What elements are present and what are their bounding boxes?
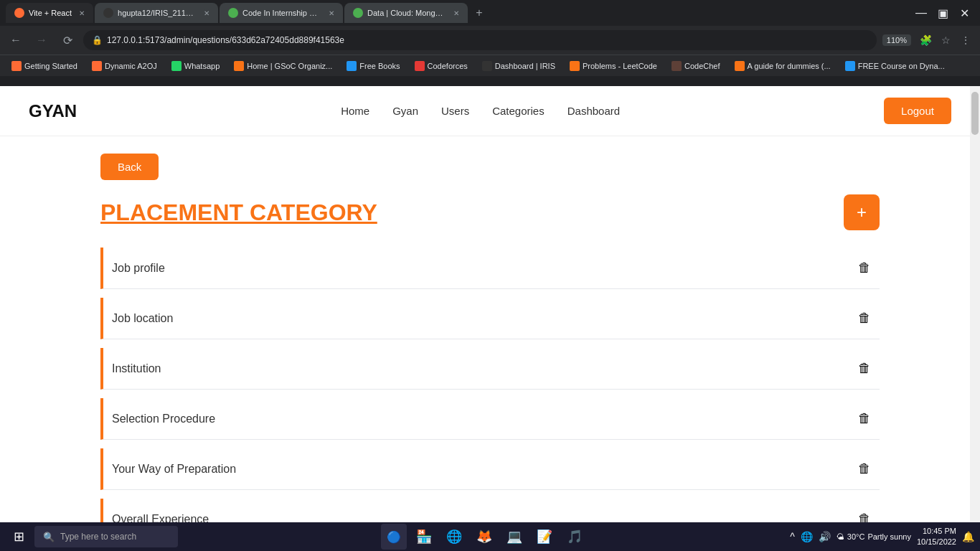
clock-date: 10/15/2022	[917, 537, 956, 547]
clock-time: 10:45 PM	[917, 526, 956, 537]
taskbar-search-input[interactable]	[60, 532, 168, 542]
taskbar-app-vs-code[interactable]: 💻	[501, 524, 527, 550]
page-content: GYAN HomeGyanUsersCategoriesDashboard Lo…	[0, 86, 980, 525]
browser-action-buttons: 🧩 ☆ ⋮	[917, 32, 974, 49]
logout-button[interactable]: Logout	[884, 98, 951, 124]
minimize-button[interactable]: —	[911, 3, 931, 23]
tab-close-icon[interactable]: ✕	[329, 9, 334, 17]
scrollbar[interactable]	[970, 86, 980, 522]
bookmark-favicon	[347, 61, 357, 71]
tab-close-icon[interactable]: ✕	[204, 9, 209, 17]
scroll-thumb[interactable]	[971, 92, 979, 135]
forward-navigation-button[interactable]: →	[32, 30, 52, 50]
firefox-icon: 🦊	[476, 529, 492, 545]
delete-category-button[interactable]: 🗑	[858, 260, 871, 276]
taskbar-search[interactable]: 🔍	[34, 526, 178, 547]
word-icon: 📝	[537, 529, 552, 545]
browser-tab-tab4[interactable]: Data | Cloud: MongoDB Cloud ✕	[344, 3, 468, 23]
address-bar[interactable]: 🔒 127.0.0.1:5173/admin/questions/633d62a…	[83, 30, 877, 50]
bookmark-item[interactable]: Home | GSoC Organiz...	[228, 60, 338, 72]
nav-link-users[interactable]: Users	[441, 105, 469, 117]
nav-link-dashboard[interactable]: Dashboard	[567, 105, 620, 117]
back-button[interactable]: Back	[100, 154, 159, 180]
extensions-button[interactable]: 🧩	[917, 32, 934, 49]
bookmark-item[interactable]: Free Books	[341, 60, 405, 72]
network-icon[interactable]: 🌐	[801, 531, 813, 542]
bookmark-favicon	[570, 61, 580, 71]
bookmark-label: Dashboard | IRIS	[495, 62, 555, 70]
taskbar-app-store[interactable]: 🏪	[411, 524, 437, 550]
bookmark-favicon	[672, 61, 682, 71]
tray-expand-icon[interactable]: ^	[790, 531, 795, 542]
category-name: Your Way of Preparation	[112, 463, 236, 476]
maximize-button[interactable]: ▣	[933, 3, 953, 23]
sound-icon[interactable]: 🔊	[819, 531, 831, 542]
browser-menu-button[interactable]: ⋮	[957, 32, 974, 49]
browser-tab-tab3[interactable]: Code In Internship Project - Go... ✕	[220, 3, 343, 23]
weather-temp: 30°C	[847, 532, 865, 541]
browser-chrome: Vite + React ✕ hgupta12/IRIS_211CS130_2_…	[0, 0, 980, 86]
bookmark-label: Dynamic A2OJ	[105, 62, 157, 70]
taskbar-center: 🔵 🏪 🌐 🦊 💻 📝 🎵	[381, 524, 588, 550]
taskbar-app-files[interactable]: 🔵	[381, 524, 407, 550]
taskbar-app-chrome[interactable]: 🌐	[441, 524, 467, 550]
store-icon: 🏪	[416, 529, 432, 545]
tab-title: Code In Internship Project - Go...	[242, 9, 321, 17]
taskbar-app-firefox[interactable]: 🦊	[471, 524, 497, 550]
address-bar-row: ← → ⟳ 🔒 127.0.0.1:5173/admin/questions/6…	[0, 26, 980, 55]
category-item: Your Way of Preparation 🗑	[100, 448, 880, 490]
bookmark-item[interactable]: Codeforces	[409, 60, 473, 72]
bookmark-item[interactable]: Problems - LeetCode	[564, 60, 663, 72]
delete-category-button[interactable]: 🗑	[858, 311, 871, 326]
bookmark-label: Whatsapp	[184, 62, 220, 70]
bookmark-button[interactable]: ☆	[937, 32, 954, 49]
bookmark-favicon	[234, 61, 244, 71]
tab-title: Vite + React	[29, 9, 72, 17]
start-button[interactable]: ⊞	[6, 524, 32, 550]
weather-widget[interactable]: 🌤 30°C Partly sunny	[837, 532, 911, 541]
tab-favicon	[14, 8, 24, 18]
bookmark-item[interactable]: A guide for dummies (...	[729, 60, 837, 72]
zoom-level[interactable]: 110%	[882, 34, 911, 46]
category-list: Job profile 🗑 Job location 🗑 Institution…	[100, 248, 880, 525]
delete-category-button[interactable]: 🗑	[858, 411, 871, 426]
bookmark-label: CodeChef	[684, 62, 720, 70]
close-browser-button[interactable]: ✕	[954, 3, 974, 23]
nav-link-categories[interactable]: Categories	[492, 105, 545, 117]
bookmark-label: Getting Started	[24, 62, 77, 70]
back-navigation-button[interactable]: ←	[6, 30, 26, 50]
nav-link-gyan[interactable]: Gyan	[392, 105, 418, 117]
new-tab-button[interactable]: +	[469, 3, 489, 23]
nav-link-home[interactable]: Home	[341, 105, 369, 117]
clock[interactable]: 10:45 PM 10/15/2022	[917, 526, 956, 548]
delete-category-button[interactable]: 🗑	[858, 461, 871, 476]
bookmark-item[interactable]: Dashboard | IRIS	[476, 60, 561, 72]
category-item: Institution 🗑	[100, 348, 880, 390]
bookmark-item[interactable]: Dynamic A2OJ	[86, 60, 163, 72]
tab-close-icon[interactable]: ✕	[453, 9, 459, 17]
notification-button[interactable]: 🔔	[962, 531, 974, 542]
browser-tab-tab2[interactable]: hgupta12/IRIS_211CS130_2_ME... ✕	[95, 3, 218, 23]
bookmark-label: Free Books	[359, 62, 400, 70]
delete-category-button[interactable]: 🗑	[858, 361, 871, 376]
cortana-icon: 🔵	[387, 530, 401, 544]
plus-icon: +	[857, 202, 867, 222]
bookmark-label: FREE Course on Dyna...	[858, 62, 945, 70]
bookmarks-bar: Getting Started Dynamic A2OJ Whatsapp Ho…	[0, 55, 980, 76]
taskbar-app-spotify[interactable]: 🎵	[562, 524, 588, 550]
bookmark-item[interactable]: CodeChef	[666, 60, 726, 72]
tab-close-icon[interactable]: ✕	[79, 9, 85, 17]
taskbar-left: ⊞ 🔍	[6, 524, 178, 550]
taskbar: ⊞ 🔍 🔵 🏪 🌐 🦊 💻 📝 🎵 ^ �	[0, 522, 980, 551]
bookmark-favicon	[735, 61, 745, 71]
category-item: Selection Procedure 🗑	[100, 398, 880, 440]
reload-button[interactable]: ⟳	[57, 30, 77, 50]
taskbar-app-word[interactable]: 📝	[532, 524, 557, 550]
add-category-button[interactable]: +	[844, 194, 880, 230]
navbar: GYAN HomeGyanUsersCategoriesDashboard Lo…	[0, 86, 980, 136]
browser-tab-tab1[interactable]: Vite + React ✕	[6, 3, 93, 23]
category-name: Selection Procedure	[112, 413, 215, 425]
bookmark-item[interactable]: Getting Started	[6, 60, 83, 72]
bookmark-item[interactable]: Whatsapp	[166, 60, 226, 72]
bookmark-item[interactable]: FREE Course on Dyna...	[839, 60, 951, 72]
